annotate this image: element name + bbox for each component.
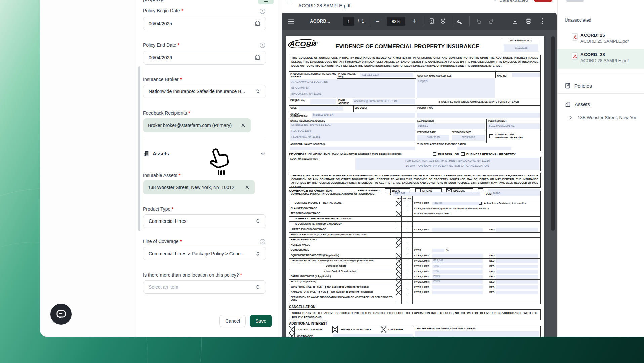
- pdf-file-title: ACORD 28 SAMPLE.pdf: [298, 3, 350, 8]
- policy-end-date-input[interactable]: 06/04/2026: [143, 51, 266, 65]
- drawer-header-icon-button[interactable]: [258, 0, 274, 4]
- calendar-icon[interactable]: [255, 55, 260, 61]
- acord-logo: ACORD®: [290, 40, 318, 48]
- x-mark: [396, 285, 401, 290]
- file-icon: [287, 0, 292, 3]
- drawer-partial-header: property: [143, 0, 163, 3]
- coverage-row: REPLACEMENT COST: [289, 237, 540, 243]
- doc-item-acord-28[interactable]: ACORD: 28 ACORD 28 SAMPLE.pdf: [558, 49, 644, 69]
- additional-interest-heading: ADDITIONAL INTEREST: [289, 322, 327, 326]
- property-info-header: PROPERTY INFORMATION (ACORD 101 may be a…: [289, 152, 541, 157]
- data-extracted-status: Data extracted: [493, 0, 528, 3]
- remove-chip-icon[interactable]: [241, 123, 245, 127]
- coverage-row: IS THERE A TERRORISM-SPECIFIC EXCLUSION?: [289, 216, 540, 222]
- fit-page-icon[interactable]: [428, 17, 436, 25]
- x-mark: [396, 259, 401, 264]
- chat-widget-button[interactable]: [50, 304, 72, 325]
- x-mark: [396, 290, 401, 295]
- pdf-file-icon: [572, 52, 578, 60]
- pdf-panel: ACORD 28 SAMPLE.pdf Data extracted ACORD…: [282, 0, 557, 337]
- rotate-icon[interactable]: [439, 17, 447, 25]
- insurance-broker-select[interactable]: Nationwide Insurance: Safeside Insurance…: [143, 85, 266, 98]
- product-type-select[interactable]: Commercial Lines: [143, 214, 266, 228]
- insurable-asset-chip[interactable]: 138 Wooster Street, New York, NY 10012: [143, 180, 255, 194]
- download-icon[interactable]: [511, 17, 519, 25]
- coverage-row: IS DOMESTIC TERRORISM EXCLUDED?: [289, 221, 540, 227]
- code-row: CODE: SUB CODE: POLICY TYPE: [289, 106, 541, 112]
- coverage-row: LIMITED FUNGUS COVERAGEIf YES, LIMIT:DED…: [289, 227, 540, 232]
- doc-item-acord-25[interactable]: ACORD: 25 ACORD 25 SAMPLE.pdf: [558, 30, 644, 49]
- policy-begin-date-input[interactable]: 06/04/2025: [143, 17, 266, 30]
- coverage-row: ORDINANCE OR LAW - Coverage for loss to …: [289, 258, 540, 264]
- chevron-down-icon[interactable]: [260, 151, 266, 156]
- save-button[interactable]: Save: [250, 315, 272, 327]
- x-mark: [396, 253, 401, 258]
- coverage-row: FLOOD (If Applicable)If YES, LIMIT:EXCLD…: [289, 279, 540, 285]
- right-sidebar: Unassociated ACORD: 25 ACORD 25 SAMPLE.p…: [557, 0, 644, 337]
- select-chevrons-icon: [255, 89, 260, 94]
- annotate-icon[interactable]: [456, 17, 464, 25]
- select-chevrons-icon: [255, 284, 260, 290]
- yes-no-na-header: YES NO N/A: [289, 196, 540, 201]
- policies-paragraph: THE POLICIES OF INSURANCE LISTED BELOW H…: [289, 173, 541, 188]
- print-icon[interactable]: [524, 17, 532, 25]
- sparkle-icon: [493, 0, 497, 3]
- undo-icon[interactable]: [475, 17, 483, 25]
- remove-chip-icon[interactable]: [245, 185, 249, 189]
- help-icon[interactable]: ?: [259, 8, 266, 14]
- additional-named-row: ADDITIONAL NAMED INSURED(S) THIS REPLACE…: [289, 142, 541, 151]
- calendar-icon[interactable]: [255, 21, 260, 26]
- policy-icon: [565, 83, 571, 89]
- cancel-button[interactable]: Cancel: [219, 315, 246, 327]
- policy-form-drawer: property Policy Begin Date * ? 06/04/202…: [136, 0, 278, 337]
- x-mark: [396, 238, 401, 243]
- zoom-in-button[interactable]: +: [411, 17, 419, 25]
- coverage-row: AGREED VALUE: [289, 243, 540, 248]
- pdf-scrollbar[interactable]: [551, 36, 555, 231]
- zoom-level-input[interactable]: 83%: [387, 17, 405, 26]
- unassociated-heading: Unassociated: [565, 17, 591, 23]
- coverage-amount-row: COMMERCIAL PROPERTY COVERAGE AMOUNT OF I…: [289, 191, 540, 196]
- sidebar-item-assets[interactable]: Assets: [565, 101, 590, 107]
- zoom-out-button[interactable]: −: [374, 17, 382, 25]
- alert-pill-button[interactable]: [534, 0, 553, 2]
- kebab-menu-icon[interactable]: [538, 17, 547, 25]
- help-icon[interactable]: ?: [259, 42, 266, 48]
- svg-text:?: ?: [261, 9, 263, 13]
- coverage-row: TERRORISM COVERAGEAttach Disclosure Noti…: [289, 211, 540, 216]
- drawer-scrollbar[interactable]: [138, 66, 140, 231]
- coverage-row: PERMISSION TO WAIVE SUBROGATION IN FAVOR…: [289, 295, 540, 304]
- coverage-row: - Demolition CostsIf YES, LIMIT:10%DED:: [289, 264, 540, 269]
- x-mark: [396, 274, 401, 279]
- coverage-row: EARTH MOVEMENT (If Applicable)If YES, LI…: [289, 274, 540, 279]
- x-mark: [396, 280, 401, 285]
- chevron-right-icon: [569, 116, 572, 120]
- pdf-viewer-body: ACORD® EVIDENCE OF COMMERCIAL PROPERTY I…: [282, 30, 557, 337]
- help-icon[interactable]: ?: [259, 239, 266, 245]
- redo-icon[interactable]: [487, 17, 495, 25]
- select-chevrons-icon: [255, 218, 260, 224]
- assets-section-header[interactable]: Assets: [143, 150, 169, 157]
- x-mark: [396, 269, 401, 274]
- fax-email-row: FAX (A/C, No): E-MAIL ADDRESS: ASHWIN@TR…: [289, 98, 541, 106]
- line-of-coverage-select[interactable]: Commercial Lines > Package Policy > Gene…: [143, 247, 266, 260]
- page-number-input[interactable]: 1: [343, 17, 354, 26]
- sidebar-item-policies[interactable]: Policies: [565, 83, 592, 89]
- policy-end-label: Policy End Date *: [143, 42, 179, 48]
- x-mark: [396, 264, 401, 269]
- pdf-toolbar: ACORD... 1 / 1 − 83% +: [282, 13, 557, 30]
- form-disclaimer: THIS EVIDENCE OF COMMERCIAL PROPERTY INS…: [289, 55, 541, 72]
- select-chevrons-icon: [255, 251, 260, 256]
- cancellation-heading: CANCELLATION: [289, 305, 315, 309]
- multi-location-select[interactable]: Select an item: [143, 280, 266, 294]
- product-type-label: Product Type *: [143, 206, 174, 212]
- coverage-rows: BUSINESS INCOMERENTAL VALUEIf YES, LIMIT…: [289, 201, 540, 304]
- insurable-assets-label: Insurable Assets *: [143, 173, 180, 178]
- asset-item-wooster[interactable]: 138 Wooster Street, New Yor: [569, 115, 643, 120]
- multi-location-label: Is there more than one location on this …: [143, 272, 242, 278]
- menu-icon[interactable]: [287, 17, 295, 25]
- coverage-row: FUNGUS EXCLUSION (If "YES", specify orga…: [289, 232, 540, 238]
- feedback-recipients-label: Feedback Recipients *: [143, 110, 190, 116]
- feedback-recipient-chip[interactable]: Broker broker@statefarm.com (Primary): [143, 118, 251, 132]
- x-mark: [396, 201, 401, 206]
